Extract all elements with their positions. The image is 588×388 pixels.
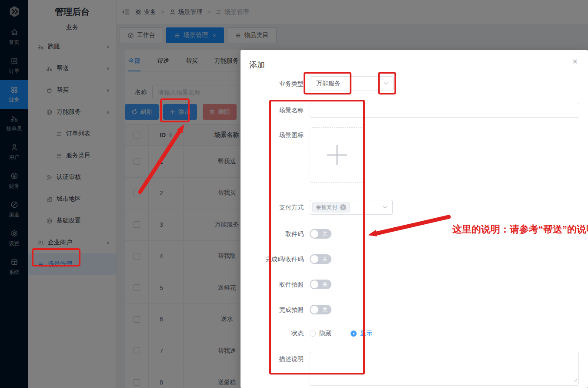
plus-icon [336,145,337,165]
icon-upload-box[interactable] [310,127,364,183]
field-complete-photo: 完成拍照 关 [241,305,331,314]
toggle-state-label: 关 [322,231,327,237]
toggle-state-label: 关 [322,307,327,313]
tag-close-icon[interactable]: × [340,204,346,210]
field-label: 取件码 [241,229,307,239]
field-scene-name: 场景名称 [241,103,579,118]
toggle-knob [311,255,318,263]
toggle-knob [311,230,318,238]
field-label: 取件拍照 [241,280,307,289]
toggle-knob [311,280,318,288]
field-label: 描述说明 [241,352,307,386]
field-label: 完成拍照 [241,305,307,314]
radio-label-hidden[interactable]: 隐藏 [319,330,331,337]
add-scene-modal: 添加 × 业务类型 万能服务 场景名称 场景图标 [241,50,588,388]
field-description: 描述说明 [241,352,579,386]
toggle-state-label: 关 [322,256,327,262]
field-complete-code: 完成码/收件码 关 [241,254,331,264]
field-label: 业务类型 [241,76,307,91]
app-window: 首页 订单 业务 接单员 用户 财务 渠道 设置 [0,0,588,388]
resize-grip-icon[interactable] [573,376,577,384]
complete-photo-toggle[interactable]: 关 [310,305,331,314]
payment-select[interactable]: 余额支付 × [310,200,393,215]
field-label: 状态 [241,330,307,337]
radio-visible[interactable] [351,331,357,337]
chevron-down-icon[interactable] [383,206,388,209]
tag-label: 余额支付 [316,204,337,211]
business-type-select[interactable]: 万能服务 [310,76,394,91]
field-label: 支付方式 [241,200,307,215]
field-pickup-photo: 取件拍照 关 [241,280,331,289]
field-label: 场景名称 [241,103,307,118]
chevron-down-icon[interactable] [384,82,388,85]
field-scene-icon: 场景图标 [241,127,364,183]
select-value: 万能服务 [310,80,341,88]
payment-tag: 余额支付 × [312,202,350,213]
field-label: 场景图标 [241,127,307,183]
field-business-type: 业务类型 万能服务 [241,76,394,91]
radio-label-visible[interactable]: 显示 [360,330,372,337]
field-pickup-code: 取件码 关 [241,229,331,239]
toggle-state-label: 关 [322,281,327,287]
field-payment: 支付方式 余额支付 × [241,200,393,215]
pickup-code-toggle[interactable]: 关 [310,229,331,239]
description-textarea[interactable] [310,352,579,386]
complete-code-toggle[interactable]: 关 [310,254,331,264]
field-label: 完成码/收件码 [241,254,307,264]
radio-hidden[interactable] [310,331,316,337]
close-icon[interactable]: × [572,57,578,66]
scene-name-input[interactable] [310,103,579,118]
modal-title: 添加 [249,60,265,70]
field-status: 状态 隐藏 显示 [241,330,372,337]
pickup-photo-toggle[interactable]: 关 [310,280,331,289]
toggle-knob [311,306,318,314]
